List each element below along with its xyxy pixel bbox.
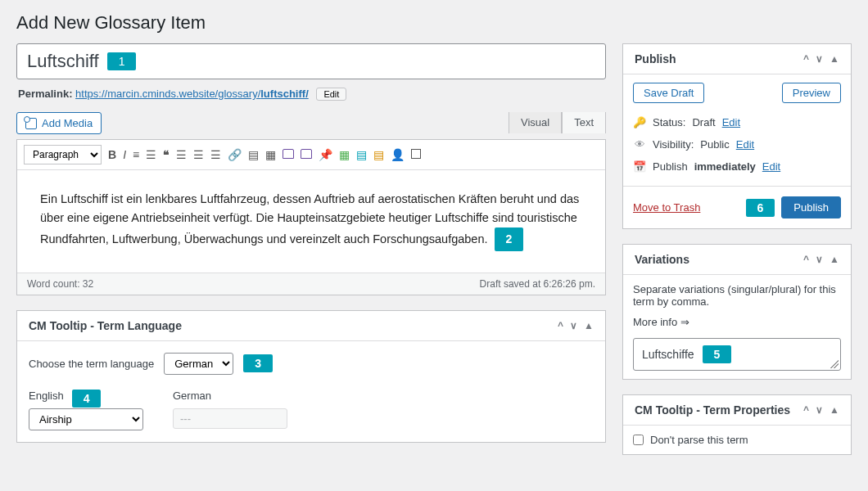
variations-input[interactable]: Luftschiffe 5 (633, 338, 841, 371)
english-label: English (29, 390, 64, 402)
visibility-edit-link[interactable]: Edit (736, 138, 754, 151)
english-term-select[interactable]: Airship (29, 408, 143, 430)
tab-text[interactable]: Text (562, 112, 606, 133)
chevron-up-icon[interactable]: ^ (803, 254, 809, 265)
term-language-select[interactable]: German (164, 353, 233, 375)
more-icon[interactable]: ▤ (248, 148, 259, 161)
permalink-edit-button[interactable]: Edit (316, 88, 346, 101)
term-properties-title: CM Tooltip - Term Properties (635, 403, 790, 417)
toggle-icon[interactable]: ▲ (830, 254, 839, 265)
german-label: German (173, 390, 287, 402)
schedule-value: immediately (694, 160, 756, 173)
callout-badge-3: 3 (243, 354, 273, 372)
callout-badge-1: 1 (107, 52, 137, 70)
align-center-icon[interactable]: ☰ (193, 148, 204, 161)
chevron-up-icon[interactable]: ^ (803, 53, 809, 65)
ul-list-icon[interactable]: ≡ (133, 148, 139, 161)
editor-toolbar: Paragraph B I ≡ ☰ ❝ ☰ ☰ ☰ 🔗 ▤ ▦ 📌 (17, 140, 605, 170)
more-info-link[interactable]: More info ⇒ (633, 316, 689, 328)
chevron-up-icon[interactable]: ^ (558, 320, 563, 331)
list2-icon[interactable]: ▤ (356, 148, 367, 161)
word-count: Word count: 32 (27, 278, 93, 290)
publish-box: Publish ^ ∨ ▲ Save Draft Preview 🔑 Statu… (622, 43, 852, 229)
visibility-value: Public (700, 138, 729, 151)
draft-saved-time: Draft saved at 6:26:26 pm. (480, 278, 595, 290)
paragraph2-icon[interactable]: ▤ (373, 148, 384, 161)
page-title: Add New Glossary Item (16, 12, 852, 34)
chevron-down-icon[interactable]: ∨ (816, 254, 823, 265)
eye-icon: 👁 (633, 138, 646, 151)
save-draft-button[interactable]: Save Draft (633, 83, 704, 103)
status-label: Status: (653, 116, 685, 128)
variations-value: Luftschiffe (642, 348, 694, 361)
italic-icon[interactable]: I (123, 148, 126, 161)
align-left-icon[interactable]: ☰ (176, 148, 187, 161)
choose-language-label: Choose the term language (29, 358, 154, 370)
book1-icon[interactable] (283, 148, 294, 161)
callout-badge-6: 6 (746, 199, 775, 217)
status-edit-link[interactable]: Edit (722, 116, 740, 128)
term-properties-box: CM Tooltip - Term Properties ^ ∨ ▲ Don't… (622, 394, 852, 455)
keyboard-icon[interactable]: ▦ (265, 148, 276, 161)
term-language-box: CM Tooltip - Term Language ^ ∨ ▲ Choose … (16, 310, 606, 443)
callout-badge-2: 2 (495, 227, 524, 250)
editor: Paragraph B I ≡ ☰ ❝ ☰ ☰ ☰ 🔗 ▤ ▦ 📌 (16, 139, 606, 295)
pin-icon[interactable]: 📌 (319, 148, 332, 161)
title-value: Luftschiff (27, 51, 99, 72)
german-term-select: --- (173, 408, 287, 429)
chevron-down-icon[interactable]: ∨ (816, 53, 823, 65)
callout-badge-4: 4 (72, 390, 102, 408)
title-input[interactable]: Luftschiff 1 (16, 43, 606, 79)
toggle-icon[interactable]: ▲ (830, 404, 839, 416)
calendar-icon: 📅 (633, 160, 646, 173)
callout-badge-5: 5 (703, 345, 732, 363)
toggle-icon[interactable]: ▲ (830, 53, 839, 65)
schedule-prefix: Publish (653, 160, 688, 173)
preview-button[interactable]: Preview (782, 83, 841, 103)
toggle-icon[interactable]: ▲ (584, 320, 594, 331)
grid-icon[interactable]: ▦ (339, 148, 350, 161)
term-language-title: CM Tooltip - Term Language (29, 319, 182, 332)
publish-button[interactable]: Publish (781, 196, 841, 218)
format-select[interactable]: Paragraph (24, 145, 102, 164)
editor-content[interactable]: Ein Luftschiff ist ein lenkbares Luftfah… (17, 170, 605, 273)
bold-icon[interactable]: B (108, 148, 116, 161)
chevron-down-icon[interactable]: ∨ (816, 404, 823, 416)
add-media-button[interactable]: Add Media (16, 112, 102, 134)
person-icon[interactable]: 👤 (391, 148, 405, 161)
status-value: Draft (692, 116, 715, 128)
media-icon (25, 118, 37, 129)
variations-hint: Separate variations (singular/plural) fo… (633, 283, 841, 308)
schedule-edit-link[interactable]: Edit (762, 160, 780, 173)
chevron-down-icon[interactable]: ∨ (570, 320, 577, 331)
variations-title: Variations (635, 253, 689, 266)
dont-parse-checkbox[interactable] (633, 435, 644, 445)
permalink-label: Permalink: (18, 88, 72, 100)
align-right-icon[interactable]: ☰ (210, 148, 221, 161)
publish-title: Publish (635, 52, 676, 65)
fullscreen-icon[interactable] (411, 148, 421, 161)
visibility-label: Visibility: (653, 138, 694, 151)
permalink-link[interactable]: https://marcin.cminds.website/glossary/l… (75, 88, 309, 100)
variations-box: Variations ^ ∨ ▲ Separate variations (si… (622, 244, 852, 380)
tab-visual[interactable]: Visual (509, 112, 562, 133)
link-icon[interactable]: 🔗 (228, 148, 242, 161)
book2-icon[interactable] (301, 148, 312, 161)
dont-parse-label: Don't parse this term (650, 434, 748, 446)
move-to-trash-link[interactable]: Move to Trash (633, 201, 700, 214)
chevron-up-icon[interactable]: ^ (803, 404, 809, 416)
permalink-row: Permalink: https://marcin.cminds.website… (18, 88, 606, 101)
pin-status-icon: 🔑 (633, 116, 646, 128)
blockquote-icon[interactable]: ❝ (163, 148, 170, 161)
ol-list-icon[interactable]: ☰ (146, 148, 156, 161)
